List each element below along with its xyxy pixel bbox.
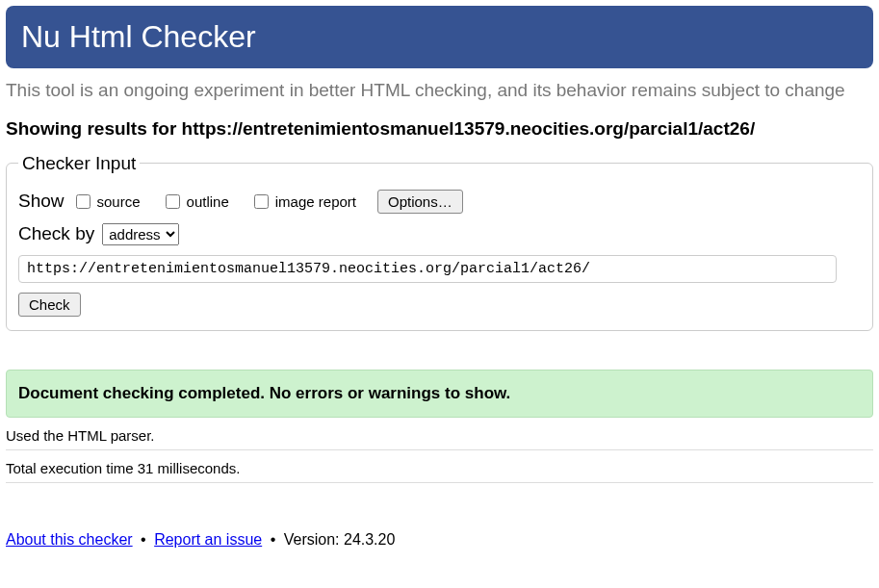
outline-checkbox-label[interactable]: outline — [162, 192, 229, 212]
source-checkbox[interactable] — [76, 194, 90, 209]
footer: About this checker • Report an issue • V… — [6, 531, 873, 549]
success-message: Document checking completed. No errors o… — [6, 370, 873, 418]
page-title: Nu Html Checker — [21, 19, 858, 55]
parser-info: Used the HTML parser. — [6, 427, 873, 450]
url-input[interactable] — [18, 255, 837, 283]
results-heading: Showing results for https://entretenimie… — [6, 118, 873, 140]
image-report-label-text: image report — [275, 193, 356, 210]
checkby-select[interactable]: address — [102, 223, 179, 245]
tagline: This tool is an ongoing experiment in be… — [6, 78, 873, 103]
outline-label-text: outline — [187, 193, 229, 210]
timing-info: Total execution time 31 milliseconds. — [6, 460, 873, 483]
checkby-row: Check by address — [18, 223, 861, 245]
about-link[interactable]: About this checker — [6, 531, 133, 548]
report-issue-link[interactable]: Report an issue — [154, 531, 262, 548]
checkby-label: Check by — [18, 223, 94, 244]
image-report-checkbox[interactable] — [254, 194, 269, 209]
image-report-checkbox-label[interactable]: image report — [250, 192, 356, 212]
options-button[interactable]: Options… — [377, 190, 463, 214]
checker-input-fieldset: Checker Input Show source outline image … — [6, 153, 873, 331]
version-label: Version: 24.3.20 — [284, 531, 396, 548]
show-label: Show — [18, 191, 65, 212]
checker-input-legend: Checker Input — [18, 153, 140, 174]
source-label-text: source — [97, 193, 141, 210]
separator: • — [271, 531, 276, 548]
show-row: Show source outline image report Options… — [18, 190, 861, 214]
page-header: Nu Html Checker — [6, 6, 873, 68]
separator: • — [141, 531, 146, 548]
check-button[interactable]: Check — [18, 293, 81, 317]
outline-checkbox[interactable] — [166, 194, 180, 209]
source-checkbox-label[interactable]: source — [72, 192, 141, 212]
